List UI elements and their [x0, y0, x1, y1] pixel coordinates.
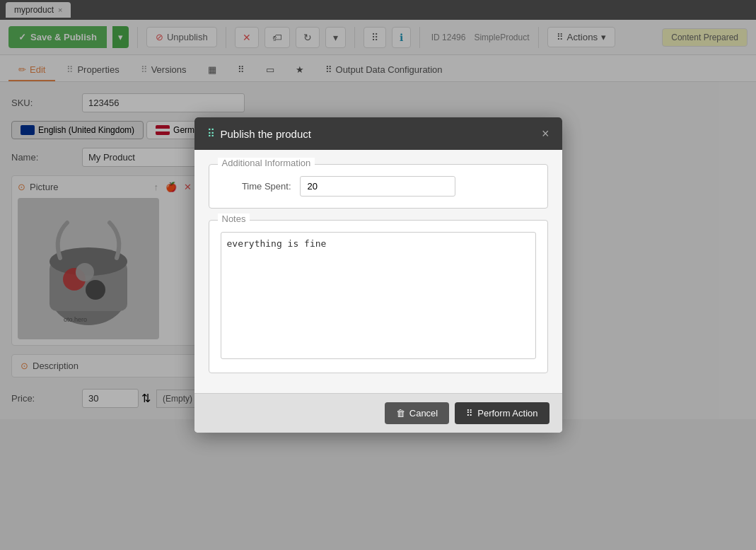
time-spent-row: Time Spent: [221, 176, 536, 197]
cancel-icon: 🗑 [396, 408, 405, 419]
notes-section: Notes everything is fine [209, 220, 548, 373]
notes-textarea[interactable]: everything is fine [221, 232, 536, 359]
time-spent-input[interactable] [300, 176, 455, 197]
publish-modal: ⠿ Publish the product × Additional Infor… [194, 117, 562, 433]
perform-action-button[interactable]: ⠿ Perform Action [455, 402, 549, 424]
modal-icon: ⠿ [207, 127, 215, 140]
additional-info-legend: Additional Information [218, 158, 315, 168]
modal-overlay: ⠿ Publish the product × Additional Infor… [0, 0, 756, 550]
perform-icon: ⠿ [466, 408, 473, 419]
modal-body: Additional Information Time Spent: Notes… [194, 150, 562, 393]
additional-info-section: Additional Information Time Spent: [209, 164, 548, 209]
notes-legend: Notes [218, 213, 250, 224]
cancel-button[interactable]: 🗑 Cancel [385, 402, 449, 424]
modal-header: ⠿ Publish the product × [194, 117, 562, 150]
time-spent-label: Time Spent: [221, 181, 291, 192]
modal-title: Publish the product [221, 128, 311, 140]
modal-close-button[interactable]: × [542, 127, 549, 140]
perform-action-label: Perform Action [477, 408, 537, 419]
modal-title-container: ⠿ Publish the product [207, 127, 311, 140]
modal-footer: 🗑 Cancel ⠿ Perform Action [194, 393, 562, 433]
cancel-label: Cancel [409, 408, 438, 419]
